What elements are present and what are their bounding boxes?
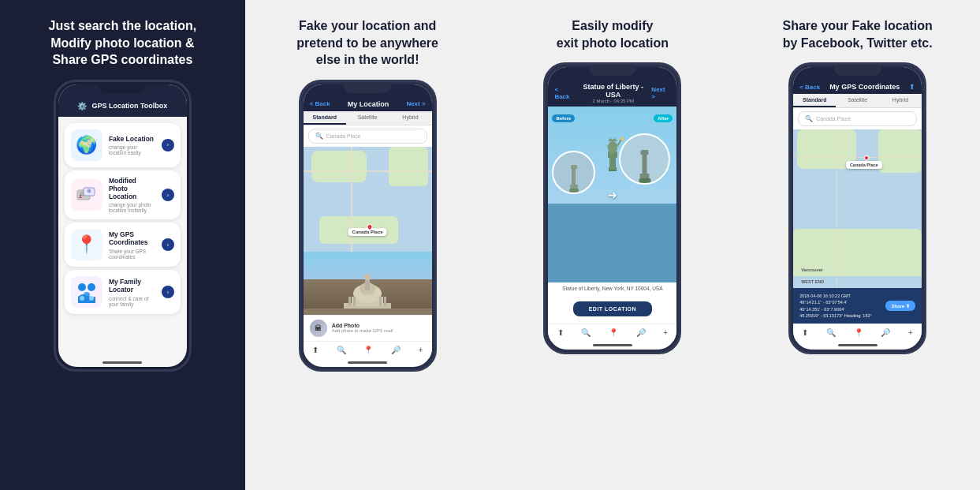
svg-point-4 <box>80 195 81 196</box>
bottom-toolbar-3: ⬆ 🔍 📍 🔎 + <box>548 324 676 341</box>
gps-line4: 46.25919° - 63.13173° Heading: 182° <box>799 312 872 319</box>
share-btn-label: Share <box>891 304 904 309</box>
compass-icon-4[interactable]: ⬆ <box>802 328 808 337</box>
gps-info-bar: 2018-04-06 16:10:22 GMT 46°14'21.1" - 63… <box>793 288 922 324</box>
phone-screen-1: ⚙️ GPS Location Toolbox 🌍 Fake Location … <box>58 84 187 367</box>
family-arrow[interactable]: › <box>162 286 174 298</box>
phone-screen-3: < Back Statue of Liberty - USA 2 March -… <box>548 67 676 350</box>
add-toolbar-icon[interactable]: + <box>418 346 423 354</box>
svg-point-5 <box>78 283 86 291</box>
phone-2: < Back My Location Next > Standard Satel… <box>299 80 437 372</box>
bottom-toolbar-2: ⬆ 🔍 📍 🔎 + <box>304 341 432 358</box>
map-area-2[interactable]: Canada Place <box>304 147 432 252</box>
phone-notch-2 <box>344 82 391 93</box>
zoom-icon-3[interactable]: 🔎 <box>636 328 646 337</box>
search-toolbar-icon[interactable]: 🔍 <box>337 346 346 354</box>
back-button-4[interactable]: < Back <box>799 84 820 91</box>
phone-notch-4 <box>834 65 881 76</box>
add-toolbar-icon-4[interactable]: + <box>908 328 913 337</box>
compass-icon[interactable]: ⬆ <box>312 346 319 354</box>
svg-rect-19 <box>384 297 386 306</box>
svg-rect-18 <box>379 297 382 306</box>
home-bar-4 <box>838 344 878 346</box>
gps-line3: 46°14.351' - 63°7.9004' <box>799 306 872 312</box>
fake-location-subtitle: change your location easily <box>109 144 155 155</box>
tab-bar-2: Standard Satellite Hybrid <box>304 111 432 125</box>
map-label-4: Canada Place <box>846 161 882 169</box>
gear-icon: ⚙️ <box>77 102 87 110</box>
family-subtitle: connect & care of your family <box>109 296 155 307</box>
gps-arrow[interactable]: › <box>162 238 174 251</box>
menu-card-modified-photo[interactable]: Modified Photo Location change your phot… <box>65 170 181 220</box>
family-title: My Family Locator <box>109 278 155 294</box>
tab-bar-4: Standard Satellite Hybrid <box>793 94 922 108</box>
tab-hybrid-4[interactable]: Hybrid <box>879 94 922 107</box>
zoom-toolbar-icon-4[interactable]: 🔎 <box>881 328 890 337</box>
map-area-4[interactable]: Canada Place WEST END Vancouver <box>793 129 922 288</box>
panel-1: Just search the location, Modify photo l… <box>0 0 245 490</box>
next-button-3[interactable]: Next > <box>651 86 670 100</box>
nav-title-4: My GPS Coordinates <box>829 83 900 91</box>
svg-point-23 <box>608 141 617 154</box>
search-icon-3[interactable]: 🔍 <box>581 328 591 337</box>
share-icon-nav[interactable]: ⬆ <box>909 83 915 91</box>
location-icon-3[interactable]: 📍 <box>609 328 618 337</box>
search-toolbar-icon-4[interactable]: 🔍 <box>826 328 836 337</box>
family-content: My Family Locator connect & care of your… <box>109 278 155 306</box>
edit-location-btn[interactable]: EDIT LOCATION <box>573 301 652 316</box>
next-button-2[interactable]: Next > <box>406 100 425 107</box>
add-photo-info: Add Photo Add photo to make GPS real! <box>332 323 393 333</box>
modified-photo-subtitle: change your photo location instantly <box>109 202 155 213</box>
modified-photo-title: Modified Photo Location <box>109 177 155 201</box>
svg-rect-17 <box>353 297 356 306</box>
capitol-image <box>304 252 432 315</box>
add-photo-bar[interactable]: 🏛 Add Photo Add photo to make GPS real! <box>304 315 432 341</box>
panel-1-headline: Just search the location, Modify photo l… <box>49 17 197 69</box>
menu-card-family[interactable]: My Family Locator connect & care of your… <box>65 270 181 314</box>
tab-hybrid[interactable]: Hybrid <box>389 111 431 125</box>
gps-coords: 2018-04-06 16:10:22 GMT 46°14'21.1" - 63… <box>799 293 872 319</box>
phone-screen-2: < Back My Location Next > Standard Satel… <box>304 84 432 367</box>
add-icon-3[interactable]: + <box>663 328 668 337</box>
fake-location-arrow[interactable]: › <box>162 139 174 151</box>
share-btn-icon: ⬆ <box>906 303 910 309</box>
back-button-3[interactable]: < Back <box>554 86 575 100</box>
svg-point-25 <box>620 137 624 140</box>
panel-2: Fake your location and pretend to be any… <box>245 0 490 490</box>
add-photo-sub: Add photo to make GPS real! <box>332 328 393 333</box>
phone-notch-3 <box>589 65 636 76</box>
location-toolbar-icon[interactable]: 📍 <box>363 346 373 354</box>
before-badge: Before <box>552 114 575 122</box>
add-photo-title: Add Photo <box>332 323 393 328</box>
tab-satellite[interactable]: Satellite <box>346 111 389 125</box>
nav-subtitle-3: 2 March - 04:35 PM <box>575 99 651 103</box>
nav-title-2: My Location <box>348 100 389 108</box>
home-bar-3 <box>593 344 632 346</box>
share-button[interactable]: Share ⬆ <box>885 301 915 311</box>
svg-point-6 <box>88 283 95 291</box>
search-bar-2[interactable]: 🔍 Canada Place <box>308 129 427 144</box>
back-button-2[interactable]: < Back <box>310 100 330 107</box>
compass-icon-3[interactable]: ⬆ <box>557 328 564 337</box>
menu-card-fake-location[interactable]: 🌍 Fake Location change your location eas… <box>65 123 181 167</box>
fake-location-content: Fake Location change your location easil… <box>109 135 155 155</box>
zoom-toolbar-icon[interactable]: 🔎 <box>391 346 401 354</box>
phone-notch <box>99 82 146 93</box>
tab-standard-4[interactable]: Standard <box>793 94 836 107</box>
menu-card-gps[interactable]: 📍 My GPS Coordinates Share your GPS coor… <box>65 223 181 267</box>
svg-point-15 <box>364 274 371 280</box>
location-toolbar-icon-4[interactable]: 📍 <box>854 328 863 337</box>
tab-standard[interactable]: Standard <box>304 111 346 125</box>
gps-title: My GPS Coordinates <box>109 230 155 246</box>
gps-content: My GPS Coordinates Share your GPS coordi… <box>109 230 155 259</box>
gps-subtitle: Share your GPS coordinates <box>109 249 155 260</box>
search-bar-4[interactable]: 🔍 Canada Place <box>798 111 917 126</box>
svg-rect-16 <box>348 297 351 306</box>
map-area-label-west-end: WEST END <box>801 279 824 284</box>
phone-1: ⚙️ GPS Location Toolbox 🌍 Fake Location … <box>54 80 192 372</box>
panel-3-headline: Easily modify exit photo location <box>557 17 669 51</box>
search-icon-4: 🔍 <box>805 115 813 122</box>
tab-satellite-4[interactable]: Satellite <box>836 94 878 107</box>
modified-photo-icon <box>71 179 102 211</box>
modified-photo-arrow[interactable]: › <box>162 189 174 201</box>
